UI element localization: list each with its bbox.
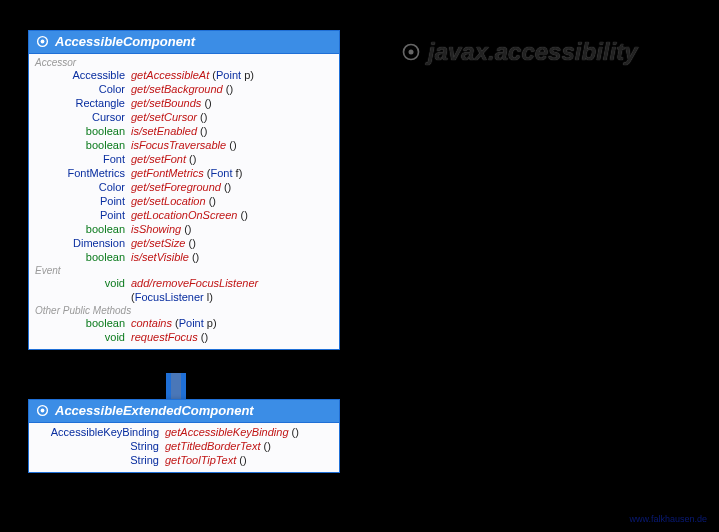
class-header: AccessibleExtendedComponent bbox=[29, 400, 339, 423]
section-label: Event bbox=[29, 264, 339, 276]
method-row: Colorget/setForeground () bbox=[29, 180, 339, 194]
method-signature: is/setVisible () bbox=[131, 250, 333, 264]
return-type: Cursor bbox=[35, 110, 131, 124]
method-row: Colorget/setBackground () bbox=[29, 82, 339, 96]
inheritance-connector bbox=[166, 373, 186, 399]
method-row: booleanisFocusTraversable () bbox=[29, 138, 339, 152]
return-type: Accessible bbox=[35, 68, 131, 82]
method-signature: getAccessibleKeyBinding () bbox=[165, 425, 333, 439]
method-signature: isShowing () bbox=[131, 222, 333, 236]
method-row: voidadd/removeFocusListener (FocusListen… bbox=[29, 276, 339, 304]
return-type: FontMetrics bbox=[35, 166, 131, 180]
class-box-accessible-component: AccessibleComponent AccessorAccessiblege… bbox=[28, 30, 340, 350]
method-signature: get/setBackground () bbox=[131, 82, 333, 96]
interface-icon bbox=[35, 35, 49, 49]
method-row: PointgetLocationOnScreen () bbox=[29, 208, 339, 222]
return-type: boolean bbox=[35, 138, 131, 152]
method-row: StringgetTitledBorderText () bbox=[29, 439, 339, 453]
method-row: AccessiblegetAccessibleAt (Point p) bbox=[29, 68, 339, 82]
package-title-text: javax.accessibility bbox=[428, 38, 637, 66]
return-type: Point bbox=[35, 208, 131, 222]
method-row: booleancontains (Point p) bbox=[29, 316, 339, 330]
return-type: String bbox=[35, 453, 165, 467]
method-signature: is/setEnabled () bbox=[131, 124, 333, 138]
method-row: FontMetricsgetFontMetrics (Font f) bbox=[29, 166, 339, 180]
method-row: Rectangleget/setBounds () bbox=[29, 96, 339, 110]
method-signature: getTitledBorderText () bbox=[165, 439, 333, 453]
method-signature: getLocationOnScreen () bbox=[131, 208, 333, 222]
section-label: Other Public Methods bbox=[29, 304, 339, 316]
method-signature: getAccessibleAt (Point p) bbox=[131, 68, 333, 82]
svg-point-5 bbox=[40, 409, 44, 413]
return-type: AccessibleKeyBinding bbox=[35, 425, 165, 439]
method-row: Fontget/setFont () bbox=[29, 152, 339, 166]
return-type: Dimension bbox=[35, 236, 131, 250]
class-box-accessible-extended-component: AccessibleExtendedComponent AccessibleKe… bbox=[28, 399, 340, 473]
method-signature: getFontMetrics (Font f) bbox=[131, 166, 333, 180]
method-signature: get/setCursor () bbox=[131, 110, 333, 124]
package-title: javax.accessibility bbox=[400, 38, 637, 66]
return-type: void bbox=[35, 276, 131, 290]
method-signature: get/setLocation () bbox=[131, 194, 333, 208]
method-signature: requestFocus () bbox=[131, 330, 333, 344]
return-type: Color bbox=[35, 180, 131, 194]
return-type: Rectangle bbox=[35, 96, 131, 110]
method-row: voidrequestFocus () bbox=[29, 330, 339, 344]
return-type: void bbox=[35, 330, 131, 344]
svg-point-1 bbox=[409, 50, 414, 55]
section-label: Accessor bbox=[29, 56, 339, 68]
method-signature: get/setBounds () bbox=[131, 96, 333, 110]
return-type: Point bbox=[35, 194, 131, 208]
class-name: AccessibleExtendedComponent bbox=[55, 403, 254, 418]
method-signature: get/setForeground () bbox=[131, 180, 333, 194]
method-signature: get/setSize () bbox=[131, 236, 333, 250]
method-signature: get/setFont () bbox=[131, 152, 333, 166]
method-row: StringgetToolTipText () bbox=[29, 453, 339, 467]
return-type: boolean bbox=[35, 316, 131, 330]
class-body: AccessibleKeyBindinggetAccessibleKeyBind… bbox=[29, 423, 339, 472]
method-row: Pointget/setLocation () bbox=[29, 194, 339, 208]
method-signature: add/removeFocusListener (FocusListener l… bbox=[131, 276, 333, 304]
class-body: AccessorAccessiblegetAccessibleAt (Point… bbox=[29, 54, 339, 349]
method-row: booleanis/setEnabled () bbox=[29, 124, 339, 138]
return-type: boolean bbox=[35, 222, 131, 236]
method-signature: getToolTipText () bbox=[165, 453, 333, 467]
method-row: Dimensionget/setSize () bbox=[29, 236, 339, 250]
class-header: AccessibleComponent bbox=[29, 31, 339, 54]
return-type: Color bbox=[35, 82, 131, 96]
svg-point-3 bbox=[40, 40, 44, 44]
method-row: Cursorget/setCursor () bbox=[29, 110, 339, 124]
method-row: booleanis/setVisible () bbox=[29, 250, 339, 264]
return-type: boolean bbox=[35, 124, 131, 138]
method-signature: isFocusTraversable () bbox=[131, 138, 333, 152]
method-row: booleanisShowing () bbox=[29, 222, 339, 236]
interface-icon bbox=[35, 404, 49, 418]
method-signature: contains (Point p) bbox=[131, 316, 333, 330]
class-name: AccessibleComponent bbox=[55, 34, 195, 49]
return-type: Font bbox=[35, 152, 131, 166]
method-row: AccessibleKeyBindinggetAccessibleKeyBind… bbox=[29, 425, 339, 439]
interface-icon bbox=[400, 41, 422, 63]
return-type: String bbox=[35, 439, 165, 453]
watermark: www.falkhausen.de bbox=[629, 514, 707, 524]
return-type: boolean bbox=[35, 250, 131, 264]
